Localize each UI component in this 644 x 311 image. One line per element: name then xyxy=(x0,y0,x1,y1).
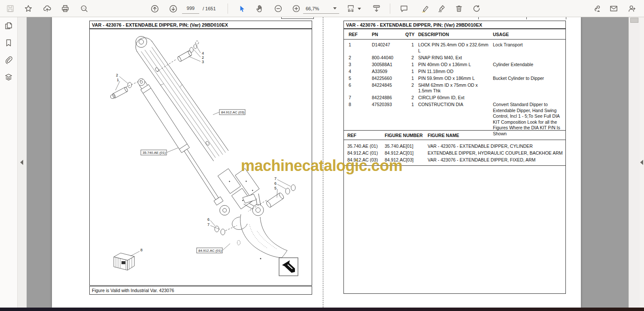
cell-ref: 5 xyxy=(349,76,372,82)
scrollbar-thumb[interactable] xyxy=(630,18,638,23)
page-scrolling-icon xyxy=(372,4,381,13)
column-header: REF xyxy=(349,32,372,37)
cell-qty: 1 xyxy=(405,62,418,68)
cell-figure-number: 84.912.AC[01] xyxy=(385,149,428,156)
taskbar-edge xyxy=(0,308,644,311)
cell-pn: 800-44040 xyxy=(372,55,405,61)
refresh-button[interactable] xyxy=(471,3,483,15)
cell-qty: 2 xyxy=(405,82,418,94)
cell-figure-number: 84.912.AC[03] xyxy=(385,156,428,163)
cell-usage: Lock Transport xyxy=(493,42,565,54)
page-total-label: / 1651 xyxy=(203,3,216,14)
cell-figure-number: 35.740.AE[01] xyxy=(385,143,428,149)
cloud-upload-button[interactable] xyxy=(41,3,53,15)
cursor-icon xyxy=(238,5,246,13)
share-link-button[interactable] xyxy=(590,3,602,15)
vertical-scrollbar[interactable] xyxy=(629,17,640,308)
cell-qty: 1 xyxy=(405,42,418,54)
page-thumbnails-button[interactable] xyxy=(0,17,17,34)
next-page-button[interactable] xyxy=(167,3,179,15)
toolbar: 999 / 1651 66,7% xyxy=(0,0,644,17)
figures-table-header: REF FIGURE NUMBER FIGURE NAME xyxy=(344,131,565,140)
cell-qty: 2 xyxy=(405,55,418,61)
cell-usage xyxy=(493,95,565,101)
callout-number: 7 xyxy=(207,223,210,227)
figures-table-body: 35.740.AE (01) 35.740.AE[01] VAR - 42307… xyxy=(344,143,565,163)
bookmarks-button[interactable] xyxy=(0,34,17,52)
zoom-out-button[interactable] xyxy=(272,3,284,15)
previous-page-button[interactable] xyxy=(149,3,161,15)
paperclip-icon xyxy=(4,55,13,65)
column-header: PN xyxy=(372,32,405,37)
callout-number: 5 xyxy=(274,186,276,190)
page-fold-line xyxy=(323,17,323,308)
cell-ref: 6 xyxy=(349,82,372,94)
collapse-sidebar-arrow[interactable] xyxy=(20,160,23,165)
cloud-upload-icon xyxy=(43,4,52,13)
parts-table-body: 1 D140247 1 LOCK PIN 25.4mm OD x 232.6mm… xyxy=(344,42,565,137)
page-thumbnails-icon xyxy=(4,21,13,30)
collapse-right-panel-arrow[interactable] xyxy=(640,160,643,165)
cell-usage xyxy=(493,82,565,94)
arrow-down-circle-icon xyxy=(169,4,178,13)
link-share-icon xyxy=(592,4,601,13)
cell-ref: 3 xyxy=(349,62,372,68)
email-button[interactable] xyxy=(608,3,620,15)
plus-circle-icon xyxy=(292,4,301,13)
scroll-mode-button[interactable] xyxy=(371,3,383,15)
cell-description: SHIM 62mm ID x 75mm OD x 1.5mm Thk xyxy=(418,82,493,94)
column-header: USAGE xyxy=(493,32,565,37)
fit-page-button[interactable] xyxy=(346,3,362,15)
comment-button[interactable] xyxy=(398,3,410,15)
cell-pn: 84225660 xyxy=(372,76,405,82)
sign-button[interactable] xyxy=(435,3,447,15)
right-page-title: VAR - 423076 - EXTENDABLE DIPPER, PIN; (… xyxy=(343,21,566,29)
next-view-arrow-icon xyxy=(282,260,295,273)
cell-qty: 2 xyxy=(405,95,418,101)
cell-figure-name: VAR - 423076 - EXTENDABLE DIPPER, CYLIND… xyxy=(428,143,565,149)
figure-ref-label: 84.912.AC (01) xyxy=(198,249,222,253)
figures-list-table: REF FIGURE NUMBER FIGURE NAME 35.740.AE … xyxy=(344,130,565,166)
page-number-input[interactable]: 999 xyxy=(182,3,199,14)
cell-pn: 84224886 xyxy=(372,95,405,101)
layers-button[interactable] xyxy=(0,69,17,86)
fit-page-icon xyxy=(347,4,356,13)
refresh-icon xyxy=(472,4,481,13)
zoom-level-control[interactable]: 66,7% xyxy=(303,3,339,14)
left-panel-sidebar xyxy=(0,17,17,308)
add-person-button[interactable] xyxy=(626,3,638,15)
hand-tool-button[interactable] xyxy=(253,3,265,15)
select-tool-button[interactable] xyxy=(236,3,248,15)
save-button[interactable] xyxy=(4,3,16,15)
attachments-button[interactable] xyxy=(0,52,17,69)
search-icon xyxy=(80,4,88,13)
cell-qty: 1 xyxy=(405,69,418,75)
cell-usage xyxy=(493,69,565,75)
delete-button[interactable] xyxy=(453,3,465,15)
previous-content-edge xyxy=(566,17,566,19)
highlight-button[interactable] xyxy=(419,3,431,15)
envelope-icon xyxy=(609,4,618,13)
cell-usage xyxy=(493,55,565,61)
table-row: 7 84224886 2 CIRCLIP 60mm ID, Ext xyxy=(344,95,565,101)
favorite-button[interactable] xyxy=(22,3,34,15)
zoom-in-button[interactable] xyxy=(290,3,302,15)
exploded-view-diagram: 4 2 3 2 1 7 6 5 6 7 8 84.912.AC (03) 35.… xyxy=(90,29,312,285)
trash-icon xyxy=(455,4,463,13)
cell-figure-ref: 35.740.AE (01) xyxy=(347,143,385,149)
cell-ref: 1 xyxy=(349,42,372,54)
cell-description: LOCK PIN 25.4mm OD x 232.6mm L xyxy=(418,42,493,54)
minus-circle-icon xyxy=(274,4,283,13)
right-panel-collapse-strip xyxy=(640,17,644,308)
left-page-title: VAR - 423076 - EXTENDABLE DIPPER, PIN; (… xyxy=(89,21,312,29)
callout-number: 7 xyxy=(274,177,276,181)
arrow-up-circle-icon xyxy=(150,4,159,13)
print-button[interactable] xyxy=(59,3,71,15)
callout-number: 6 xyxy=(207,217,210,222)
sidebar-collapse-strip xyxy=(17,17,27,308)
callout-number: 8 xyxy=(140,248,143,252)
search-button[interactable] xyxy=(78,3,90,15)
callout-number: 4 xyxy=(202,51,204,55)
table-row: 3 300588A1 1 PIN 40mm OD x 136mm L Cylin… xyxy=(344,62,565,68)
column-header: QTY xyxy=(405,32,418,37)
